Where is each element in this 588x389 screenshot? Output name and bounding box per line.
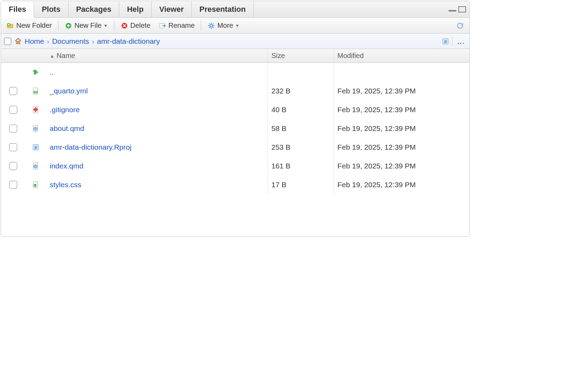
file-type-icon: CSS [32, 181, 40, 189]
file-row: CSSstyles.css17 BFeb 19, 2025, 12:39 PM [1, 175, 469, 194]
file-link[interactable]: .gitignore [50, 106, 80, 114]
file-link[interactable]: index.qmd [50, 162, 83, 170]
chevron-right-icon: › [47, 37, 49, 45]
tab-plots[interactable]: Plots [34, 1, 68, 17]
column-header-name[interactable]: ▲ Name [46, 49, 268, 63]
svg-text:YML: YML [33, 91, 38, 93]
tab-files[interactable]: Files [1, 1, 34, 18]
svg-text:CSS: CSS [33, 184, 37, 187]
column-header-size[interactable]: Size [268, 49, 334, 63]
file-checkbox[interactable] [9, 143, 17, 151]
file-size: 17 B [268, 175, 334, 194]
dropdown-caret-icon: ▼ [104, 23, 108, 28]
file-modified: Feb 19, 2025, 12:39 PM [334, 119, 469, 138]
divider [58, 20, 58, 31]
column-header-modified[interactable]: Modified [334, 49, 469, 63]
new-folder-button[interactable]: New Folder [3, 20, 55, 31]
file-row: Ramr-data-dictionary.Rproj253 BFeb 19, 2… [1, 138, 469, 157]
file-checkbox[interactable] [9, 106, 17, 114]
file-link[interactable]: _quarto.yml [50, 87, 88, 95]
file-modified: Feb 19, 2025, 12:39 PM [334, 157, 469, 175]
file-row: index.qmd161 BFeb 19, 2025, 12:39 PM [1, 157, 469, 175]
parent-directory-link[interactable]: .. [50, 68, 54, 76]
parent-directory-row[interactable]: .. [1, 63, 469, 82]
up-arrow-icon [32, 68, 40, 76]
file-size: 40 B [268, 100, 334, 119]
file-checkbox[interactable] [9, 87, 17, 95]
breadcrumb-documents[interactable]: Documents [52, 37, 89, 45]
file-checkbox[interactable] [9, 162, 17, 170]
svg-text:R: R [444, 39, 447, 44]
file-list: .. YML_quarto.yml232 BFeb 19, 2025, 12:3… [1, 63, 469, 237]
rename-icon [159, 22, 166, 30]
file-checkbox[interactable] [9, 124, 17, 133]
breadcrumb: Home › Documents › amr-data-dictionary R… [1, 34, 469, 49]
file-size: 253 B [268, 138, 334, 157]
chevron-right-icon: › [92, 37, 94, 45]
rproject-icon[interactable]: R [442, 38, 449, 45]
home-icon[interactable] [14, 38, 22, 45]
maximize-icon[interactable] [458, 6, 466, 13]
file-size: 232 B [268, 82, 334, 100]
more-button[interactable]: More ▼ [204, 20, 243, 31]
rename-label: Rename [169, 22, 195, 30]
tab-viewer[interactable]: Viewer [152, 1, 192, 17]
files-toolbar: New Folder New File ▼ Delete Rename [1, 18, 469, 34]
sort-asc-icon: ▲ [50, 53, 55, 59]
more-label: More [217, 22, 233, 30]
file-size: 161 B [268, 157, 334, 175]
path-overflow-button[interactable]: ... [455, 37, 467, 46]
svg-point-6 [210, 24, 213, 27]
pane-tabs: Files Plots Packages Help Viewer Present… [1, 1, 469, 18]
file-checkbox[interactable] [9, 181, 17, 189]
delete-icon [121, 22, 128, 30]
svg-text:R: R [34, 145, 37, 150]
minimize-icon[interactable] [449, 10, 456, 11]
file-type-icon: YML [32, 87, 40, 95]
tab-presentation[interactable]: Presentation [192, 1, 254, 17]
new-folder-label: New Folder [16, 22, 52, 30]
file-modified: Feb 19, 2025, 12:39 PM [334, 175, 469, 194]
window-controls [449, 6, 469, 13]
divider [201, 20, 201, 31]
file-row: about.qmd58 BFeb 19, 2025, 12:39 PM [1, 119, 469, 138]
file-type-icon [32, 125, 40, 132]
file-link[interactable]: styles.css [50, 181, 81, 189]
new-file-label: New File [74, 22, 101, 30]
new-folder-icon [7, 22, 14, 30]
refresh-button[interactable] [453, 20, 467, 31]
gear-icon [207, 22, 215, 30]
file-modified: Feb 19, 2025, 12:39 PM [334, 138, 469, 157]
file-row: .gitignore40 BFeb 19, 2025, 12:39 PM [1, 100, 469, 119]
file-link[interactable]: amr-data-dictionary.Rproj [50, 143, 131, 151]
file-row: YML_quarto.yml232 BFeb 19, 2025, 12:39 P… [1, 82, 469, 100]
tab-help[interactable]: Help [119, 1, 152, 17]
dropdown-caret-icon: ▼ [235, 23, 239, 28]
file-link[interactable]: about.qmd [50, 124, 84, 133]
file-type-icon [32, 162, 40, 170]
file-modified: Feb 19, 2025, 12:39 PM [334, 100, 469, 119]
svg-rect-7 [16, 41, 20, 44]
file-table-header: ▲ Name Size Modified [1, 49, 469, 63]
breadcrumb-project[interactable]: amr-data-dictionary [97, 37, 160, 45]
files-pane: Files Plots Packages Help Viewer Present… [1, 1, 470, 237]
file-type-icon: R [32, 143, 40, 151]
file-size: 58 B [268, 119, 334, 138]
new-file-icon [65, 22, 72, 30]
new-file-button[interactable]: New File ▼ [61, 20, 111, 31]
delete-button[interactable]: Delete [117, 20, 154, 31]
breadcrumb-home[interactable]: Home [25, 37, 44, 45]
select-all-checkbox[interactable] [4, 38, 11, 45]
file-type-icon [32, 106, 40, 114]
delete-label: Delete [130, 22, 150, 30]
rename-button[interactable]: Rename [155, 20, 198, 31]
file-modified: Feb 19, 2025, 12:39 PM [334, 82, 469, 100]
refresh-icon [456, 22, 464, 30]
divider [114, 20, 114, 31]
tab-packages[interactable]: Packages [68, 1, 120, 17]
